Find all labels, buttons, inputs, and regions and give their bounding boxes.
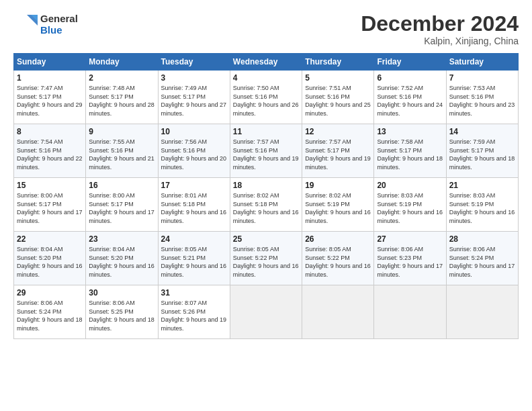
day-number: 12 xyxy=(305,127,371,136)
cell-info: Sunrise: 8:05 AMSunset: 5:22 PMDaylight:… xyxy=(233,245,299,279)
location-subtitle: Kalpin, Xinjiang, China xyxy=(361,36,519,46)
cell-info: Sunrise: 8:00 AMSunset: 5:17 PMDaylight:… xyxy=(89,191,154,225)
col-monday: Monday xyxy=(86,54,158,71)
calendar-week-1: 1Sunrise: 7:47 AMSunset: 5:17 PMDaylight… xyxy=(14,71,519,124)
calendar-cell: 16Sunrise: 8:00 AMSunset: 5:17 PMDayligh… xyxy=(86,178,158,232)
day-number: 31 xyxy=(161,288,227,298)
cell-info: Sunrise: 7:48 AMSunset: 5:17 PMDaylight:… xyxy=(89,84,154,118)
col-thursday: Thursday xyxy=(302,54,374,71)
day-number: 5 xyxy=(305,73,371,83)
calendar-cell: 28Sunrise: 8:06 AMSunset: 5:24 PMDayligh… xyxy=(446,232,518,285)
cell-info: Sunrise: 7:51 AMSunset: 5:16 PMDaylight:… xyxy=(305,84,371,118)
calendar-table: Sunday Monday Tuesday Wednesday Thursday… xyxy=(13,53,519,339)
day-number: 8 xyxy=(17,127,83,136)
cell-info: Sunrise: 8:06 AMSunset: 5:24 PMDaylight:… xyxy=(449,245,515,279)
cell-info: Sunrise: 8:04 AMSunset: 5:20 PMDaylight:… xyxy=(89,245,154,279)
calendar-cell: 1Sunrise: 7:47 AMSunset: 5:17 PMDaylight… xyxy=(14,71,86,124)
cell-info: Sunrise: 7:57 AMSunset: 5:16 PMDaylight:… xyxy=(233,138,299,171)
day-number: 29 xyxy=(17,288,83,298)
calendar-cell: 8Sunrise: 7:54 AMSunset: 5:16 PMDaylight… xyxy=(14,124,86,178)
calendar-cell: 27Sunrise: 8:06 AMSunset: 5:23 PMDayligh… xyxy=(374,232,446,285)
cell-info: Sunrise: 8:06 AMSunset: 5:23 PMDaylight:… xyxy=(377,245,443,279)
header-row: Sunday Monday Tuesday Wednesday Thursday… xyxy=(14,54,519,71)
cell-info: Sunrise: 7:52 AMSunset: 5:16 PMDaylight:… xyxy=(377,84,443,118)
calendar-cell: 6Sunrise: 7:52 AMSunset: 5:16 PMDaylight… xyxy=(374,71,446,124)
calendar-cell: 10Sunrise: 7:56 AMSunset: 5:16 PMDayligh… xyxy=(158,124,230,178)
cell-info: Sunrise: 8:01 AMSunset: 5:18 PMDaylight:… xyxy=(161,191,227,225)
cell-info: Sunrise: 8:07 AMSunset: 5:26 PMDaylight:… xyxy=(161,299,227,332)
day-number: 25 xyxy=(233,234,299,244)
day-number: 28 xyxy=(449,234,515,244)
cell-info: Sunrise: 7:49 AMSunset: 5:17 PMDaylight:… xyxy=(161,84,227,118)
col-friday: Friday xyxy=(374,54,446,71)
calendar-cell: 20Sunrise: 8:03 AMSunset: 5:19 PMDayligh… xyxy=(374,178,446,232)
calendar-cell: 29Sunrise: 8:06 AMSunset: 5:24 PMDayligh… xyxy=(14,285,86,339)
calendar-cell: 17Sunrise: 8:01 AMSunset: 5:18 PMDayligh… xyxy=(158,178,230,232)
calendar-cell: 2Sunrise: 7:48 AMSunset: 5:17 PMDaylight… xyxy=(86,71,158,124)
cell-info: Sunrise: 8:03 AMSunset: 5:19 PMDaylight:… xyxy=(449,191,515,225)
calendar-cell xyxy=(374,285,446,339)
calendar-cell: 14Sunrise: 7:59 AMSunset: 5:17 PMDayligh… xyxy=(446,124,518,178)
cell-info: Sunrise: 8:06 AMSunset: 5:25 PMDaylight:… xyxy=(89,299,154,332)
cell-info: Sunrise: 7:53 AMSunset: 5:16 PMDaylight:… xyxy=(449,84,515,118)
calendar-cell: 21Sunrise: 8:03 AMSunset: 5:19 PMDayligh… xyxy=(446,178,518,232)
day-number: 11 xyxy=(233,127,299,136)
day-number: 18 xyxy=(233,181,299,190)
cell-info: Sunrise: 8:04 AMSunset: 5:20 PMDaylight:… xyxy=(17,245,83,279)
cell-info: Sunrise: 8:00 AMSunset: 5:17 PMDaylight:… xyxy=(17,191,83,225)
cell-info: Sunrise: 7:54 AMSunset: 5:16 PMDaylight:… xyxy=(17,138,83,171)
day-number: 6 xyxy=(377,73,443,83)
calendar-week-5: 29Sunrise: 8:06 AMSunset: 5:24 PMDayligh… xyxy=(14,285,519,339)
day-number: 2 xyxy=(89,73,154,83)
cell-info: Sunrise: 8:03 AMSunset: 5:19 PMDaylight:… xyxy=(377,191,443,225)
calendar-cell: 7Sunrise: 7:53 AMSunset: 5:16 PMDaylight… xyxy=(446,71,518,124)
cell-info: Sunrise: 8:05 AMSunset: 5:22 PMDaylight:… xyxy=(305,245,371,279)
day-number: 3 xyxy=(161,73,227,83)
day-number: 20 xyxy=(377,181,443,190)
day-number: 27 xyxy=(377,234,443,244)
day-number: 30 xyxy=(89,288,154,298)
day-number: 15 xyxy=(17,181,83,190)
page-header: General Blue December 2024 Kalpin, Xinji… xyxy=(13,12,519,46)
calendar-cell: 31Sunrise: 8:07 AMSunset: 5:26 PMDayligh… xyxy=(158,285,230,339)
calendar-cell xyxy=(446,285,518,339)
cell-info: Sunrise: 7:58 AMSunset: 5:17 PMDaylight:… xyxy=(377,138,443,171)
day-number: 14 xyxy=(449,127,515,136)
logo: General Blue xyxy=(13,12,78,36)
calendar-cell: 13Sunrise: 7:58 AMSunset: 5:17 PMDayligh… xyxy=(374,124,446,178)
calendar-week-3: 15Sunrise: 8:00 AMSunset: 5:17 PMDayligh… xyxy=(14,178,519,232)
cell-info: Sunrise: 7:59 AMSunset: 5:17 PMDaylight:… xyxy=(449,138,515,171)
cell-info: Sunrise: 8:02 AMSunset: 5:19 PMDaylight:… xyxy=(305,191,371,225)
calendar-cell: 3Sunrise: 7:49 AMSunset: 5:17 PMDaylight… xyxy=(158,71,230,124)
cell-info: Sunrise: 8:02 AMSunset: 5:18 PMDaylight:… xyxy=(233,191,299,225)
day-number: 4 xyxy=(233,73,299,83)
calendar-cell: 25Sunrise: 8:05 AMSunset: 5:22 PMDayligh… xyxy=(230,232,302,285)
calendar-cell: 26Sunrise: 8:05 AMSunset: 5:22 PMDayligh… xyxy=(302,232,374,285)
calendar-cell: 24Sunrise: 8:05 AMSunset: 5:21 PMDayligh… xyxy=(158,232,230,285)
calendar-week-2: 8Sunrise: 7:54 AMSunset: 5:16 PMDaylight… xyxy=(14,124,519,178)
day-number: 19 xyxy=(305,181,371,190)
calendar-cell: 23Sunrise: 8:04 AMSunset: 5:20 PMDayligh… xyxy=(86,232,158,285)
calendar-cell xyxy=(302,285,374,339)
cell-info: Sunrise: 8:06 AMSunset: 5:24 PMDaylight:… xyxy=(17,299,83,332)
calendar-cell: 4Sunrise: 7:50 AMSunset: 5:16 PMDaylight… xyxy=(230,71,302,124)
day-number: 22 xyxy=(17,234,83,244)
calendar-cell: 9Sunrise: 7:55 AMSunset: 5:16 PMDaylight… xyxy=(86,124,158,178)
day-number: 10 xyxy=(161,127,227,136)
day-number: 24 xyxy=(161,234,227,244)
title-area: December 2024 Kalpin, Xinjiang, China xyxy=(361,12,519,46)
calendar-cell: 12Sunrise: 7:57 AMSunset: 5:17 PMDayligh… xyxy=(302,124,374,178)
col-wednesday: Wednesday xyxy=(230,54,302,71)
day-number: 9 xyxy=(89,127,154,136)
calendar-cell: 19Sunrise: 8:02 AMSunset: 5:19 PMDayligh… xyxy=(302,178,374,232)
day-number: 7 xyxy=(449,73,515,83)
col-sunday: Sunday xyxy=(14,54,86,71)
calendar-cell: 15Sunrise: 8:00 AMSunset: 5:17 PMDayligh… xyxy=(14,178,86,232)
cell-info: Sunrise: 7:57 AMSunset: 5:17 PMDaylight:… xyxy=(305,138,371,171)
day-number: 1 xyxy=(17,73,83,83)
cell-info: Sunrise: 7:50 AMSunset: 5:16 PMDaylight:… xyxy=(233,84,299,118)
month-title: December 2024 xyxy=(361,12,519,36)
calendar-week-4: 22Sunrise: 8:04 AMSunset: 5:20 PMDayligh… xyxy=(14,232,519,285)
cell-info: Sunrise: 8:05 AMSunset: 5:21 PMDaylight:… xyxy=(161,245,227,279)
day-number: 13 xyxy=(377,127,443,136)
